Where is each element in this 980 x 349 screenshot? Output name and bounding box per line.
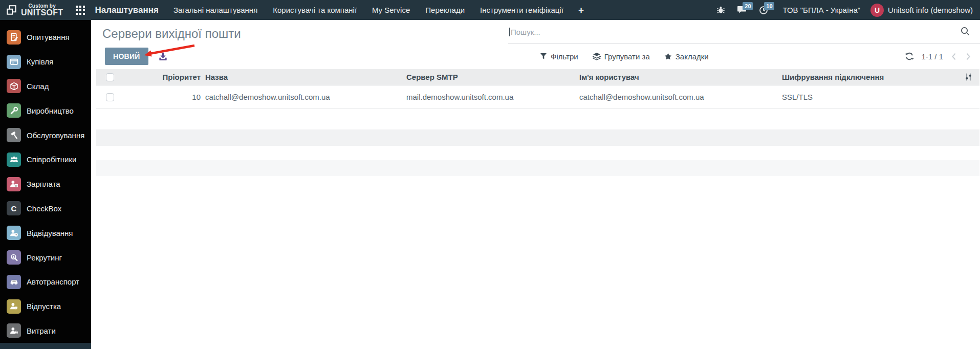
search-placeholder: Пошук... xyxy=(511,28,961,36)
page-title: Сервери вихідної пошти xyxy=(91,27,241,41)
sidebar-item-employees[interactable]: Співробітники xyxy=(0,147,91,172)
sidebar-item-checkbox[interactable]: C CheckBox xyxy=(0,197,91,221)
menu-my-service[interactable]: My Service xyxy=(364,0,418,20)
sidebar-item-purchase[interactable]: Купівля xyxy=(0,50,91,74)
employees-icon xyxy=(7,152,21,167)
sidebar-item-fleet[interactable]: Автотранспорт xyxy=(0,270,91,294)
purchase-icon xyxy=(7,55,21,69)
cell-priority: 10 xyxy=(128,93,205,101)
maintenance-icon xyxy=(7,128,21,142)
search-options: Фільтри Групувати за Закладки xyxy=(540,52,709,61)
column-header-priority[interactable]: Пріоритет xyxy=(128,73,205,81)
column-header-smtp[interactable]: Сервер SMTP xyxy=(404,73,578,81)
sidebar-item-label: Співробітники xyxy=(27,155,76,164)
sidebar-item-label: Зарплата xyxy=(27,180,60,188)
cell-smtp: mail.demoshow.unitsoft.com.ua xyxy=(404,93,578,101)
sidebar-item-label: Витрати xyxy=(27,326,56,335)
search-icon[interactable] xyxy=(961,27,970,38)
user-name: Unitsoft info (demoshow) xyxy=(888,6,973,14)
sidebar-item-label: Виробництво xyxy=(27,106,74,115)
favorites-button[interactable]: Закладки xyxy=(664,52,709,61)
attendance-icon xyxy=(7,226,21,240)
fleet-icon xyxy=(7,275,21,289)
empty-row xyxy=(96,109,979,129)
refresh-icon[interactable] xyxy=(905,52,914,61)
manufacturing-icon xyxy=(7,103,21,118)
logo-brand: UNITSOFT xyxy=(21,9,63,17)
layers-icon xyxy=(593,52,601,60)
search-input[interactable]: Пошук... xyxy=(508,21,980,43)
company-switcher[interactable]: ТОВ "БПЛА - Україна" xyxy=(774,6,868,14)
sidebar-item-label: Відпустка xyxy=(27,302,61,311)
sidebar-item-timeoff[interactable]: Відпустка xyxy=(0,294,91,319)
sidebar-item-label: Обслуговування xyxy=(27,131,84,140)
activities-clock-icon[interactable]: 10 xyxy=(753,0,774,20)
checkbox-app-icon: C xyxy=(7,201,21,215)
sidebar-item-label: Опитування xyxy=(27,33,70,41)
empty-row xyxy=(96,146,979,160)
sidebar-item-label: Автотранспорт xyxy=(27,277,79,286)
menu-general-settings[interactable]: Загальні налаштування xyxy=(166,0,265,20)
main-menu: Загальні налаштування Користувачі та ком… xyxy=(166,0,591,20)
apps-sidebar: Опитування Купівля Склад Виробництво Обс… xyxy=(0,20,91,349)
column-header-username[interactable]: Ім'я користувач xyxy=(578,73,780,81)
logo-custom-by: Custom by xyxy=(21,4,63,9)
sidebar-item-recruitment[interactable]: Рекрутинг xyxy=(0,245,91,270)
sidebar-footer-strip xyxy=(0,343,91,349)
pager-range[interactable]: 1-1 / 1 xyxy=(921,52,943,61)
inventory-icon xyxy=(7,79,21,93)
empty-row xyxy=(96,160,979,176)
payroll-icon xyxy=(7,177,21,191)
filters-button[interactable]: Фільтри xyxy=(540,52,578,61)
table-header-row: Пріоритет Назва Сервер SMTP Ім'я користу… xyxy=(96,69,979,85)
star-icon xyxy=(664,53,672,60)
menu-translations[interactable]: Переклади xyxy=(418,0,472,20)
table-row[interactable]: 10 catchall@demoshow.unitsoft.com.ua mai… xyxy=(96,85,979,109)
sidebar-item-label: Відвідування xyxy=(27,229,73,237)
timeoff-icon xyxy=(7,299,21,314)
messages-icon[interactable]: 20 xyxy=(731,0,753,20)
sidebar-item-maintenance[interactable]: Обслуговування xyxy=(0,123,91,147)
group-by-button[interactable]: Групувати за xyxy=(593,52,650,61)
survey-icon xyxy=(7,30,21,45)
pager-next-icon[interactable] xyxy=(965,52,972,61)
new-button[interactable]: НОВИЙ xyxy=(105,48,148,65)
top-navbar: Custom by UNITSOFT Налаштування Загальні… xyxy=(0,0,980,20)
user-menu[interactable]: U Unitsoft info (demoshow) xyxy=(868,4,980,17)
sidebar-item-label: CheckBox xyxy=(27,204,61,213)
sidebar-item-manufacturing[interactable]: Виробництво xyxy=(0,98,91,123)
avatar: U xyxy=(870,4,884,17)
sidebar-item-attendance[interactable]: Відвідування xyxy=(0,221,91,245)
cell-encryption: SSL/TLS xyxy=(780,93,957,101)
cell-name: catchall@demoshow.unitsoft.com.ua xyxy=(205,93,404,101)
overlapping-squares-icon xyxy=(6,5,17,16)
column-settings-icon[interactable] xyxy=(957,73,979,81)
sidebar-item-label: Склад xyxy=(27,82,49,91)
pager-previous-icon[interactable] xyxy=(950,52,957,61)
import-records-icon[interactable] xyxy=(158,52,168,61)
sidebar-item-label: Рекрутинг xyxy=(27,253,62,262)
activities-count-badge: 10 xyxy=(764,2,774,10)
sidebar-item-payroll[interactable]: Зарплата xyxy=(0,172,91,197)
column-header-name[interactable]: Назва xyxy=(205,73,404,81)
pager: 1-1 / 1 xyxy=(905,52,980,61)
messages-count-badge: 20 xyxy=(743,2,753,10)
empty-row xyxy=(96,129,979,146)
sidebar-item-surveys[interactable]: Опитування xyxy=(0,25,91,50)
apps-grid-icon[interactable] xyxy=(70,0,91,20)
app-title[interactable]: Налаштування xyxy=(91,5,166,15)
select-all-checkbox[interactable] xyxy=(106,73,114,81)
menu-users-companies[interactable]: Користувачі та компанії xyxy=(265,0,364,20)
plus-icon[interactable]: + xyxy=(571,0,591,20)
sidebar-item-label: Купівля xyxy=(27,57,53,66)
bug-icon[interactable] xyxy=(711,0,731,20)
recruitment-icon xyxy=(7,250,21,265)
main-content: Сервери вихідної пошти Пошук... НОВИЙ Фі… xyxy=(91,20,980,349)
row-checkbox[interactable] xyxy=(106,93,114,101)
menu-gamification-tools[interactable]: Інструменти геміфікації xyxy=(472,0,571,20)
unitsoft-logo[interactable]: Custom by UNITSOFT xyxy=(0,4,70,17)
sidebar-item-inventory[interactable]: Склад xyxy=(0,74,91,99)
sidebar-item-expenses[interactable]: Витрати xyxy=(0,319,91,343)
expenses-icon xyxy=(7,323,21,338)
column-header-encryption[interactable]: Шифрування підключення xyxy=(780,73,957,81)
